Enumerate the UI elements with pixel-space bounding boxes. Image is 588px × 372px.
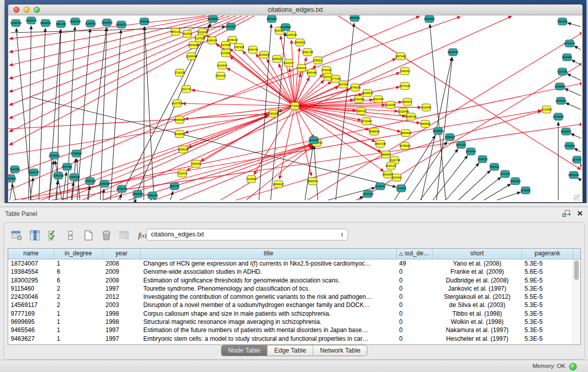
network-node[interactable]: 9146821	[259, 51, 269, 58]
network-node[interactable]: 9861990	[557, 18, 568, 25]
network-node[interactable]: 9097588	[62, 163, 72, 170]
network-node[interactable]: 2718120	[175, 69, 185, 76]
network-node[interactable]: 9463627	[402, 98, 412, 105]
network-edge[interactable]	[314, 145, 318, 200]
network-edge[interactable]	[77, 29, 90, 200]
network-node[interactable]: 9699695	[420, 120, 430, 127]
network-node[interactable]: 12505135	[69, 173, 80, 181]
network-edge[interactable]	[170, 191, 173, 200]
network-edge[interactable]	[8, 115, 268, 155]
network-edge[interactable]	[145, 27, 154, 200]
network-node[interactable]: 12942737	[28, 169, 39, 176]
network-edge[interactable]	[295, 80, 324, 106]
network-edge[interactable]	[580, 164, 581, 165]
network-node[interactable]: 9497568	[338, 81, 349, 88]
network-edge[interactable]	[39, 28, 46, 200]
network-edge[interactable]	[571, 134, 581, 138]
network-edge[interactable]	[574, 148, 581, 152]
network-node[interactable]: 1733426	[396, 185, 406, 192]
network-node[interactable]: 15720407	[361, 118, 372, 125]
network-node[interactable]: 7986322	[356, 107, 366, 115]
float-panel-icon[interactable]	[562, 210, 571, 217]
close-window-button[interactable]	[13, 7, 19, 13]
network-node[interactable]: 3375685	[221, 50, 231, 57]
tab-network-table[interactable]: Network Table	[313, 345, 367, 356]
column-header-pagerank[interactable]: pagerank	[522, 249, 573, 259]
network-node[interactable]: 16543982	[188, 41, 199, 49]
network-node[interactable]: 9245652	[520, 187, 531, 194]
network-node[interactable]: 1695381	[191, 160, 201, 167]
network-node[interactable]: 1588520	[272, 55, 282, 62]
network-node[interactable]: 7955812	[313, 57, 323, 64]
network-node[interactable]: 6879197	[456, 141, 466, 148]
network-node[interactable]: 18107554	[171, 100, 183, 107]
network-node[interactable]: 18746266	[350, 84, 361, 91]
network-node[interactable]: 12923468	[132, 190, 143, 198]
tab-node-table[interactable]: Node Table	[222, 345, 268, 356]
network-node[interactable]: 11675359	[572, 156, 581, 163]
network-node[interactable]: 18300295	[268, 110, 279, 117]
network-node[interactable]: 19654956	[174, 116, 185, 123]
network-edge[interactable]	[565, 103, 581, 110]
network-node[interactable]: 9265848	[139, 18, 149, 25]
network-node[interactable]: 15290009	[70, 18, 81, 25]
network-edge[interactable]	[564, 89, 581, 96]
minimize-window-button[interactable]	[24, 7, 30, 13]
network-edge[interactable]	[295, 73, 300, 106]
network-node[interactable]: 8215958	[541, 106, 552, 113]
network-node[interactable]: 9242844	[217, 62, 227, 69]
window-resize-grip[interactable]	[574, 194, 580, 201]
network-node[interactable]: 9329966	[562, 54, 572, 61]
network-node[interactable]: 9860124	[170, 28, 181, 35]
network-edge[interactable]	[578, 178, 581, 180]
network-node[interactable]: 8186328	[207, 37, 217, 44]
column-header-name[interactable]: name	[8, 249, 54, 259]
network-node[interactable]: 12975115	[399, 82, 410, 90]
table-row[interactable]: 1938455462009Genome-wide association stu…	[8, 268, 580, 276]
network-node[interactable]: 19654923	[400, 129, 411, 137]
network-node[interactable]: 19166855	[174, 130, 185, 138]
table-row[interactable]: 946362711997Embryonic stem cells: a mode…	[8, 335, 580, 343]
network-node[interactable]: 8471676	[500, 170, 510, 178]
network-node[interactable]: 15218506	[280, 24, 291, 31]
network-edge[interactable]	[568, 23, 581, 27]
network-node[interactable]: 9127508	[194, 35, 205, 42]
network-node[interactable]: 9474444	[466, 148, 476, 155]
table-row[interactable]: 911546021997Tourette syndrome. Phenomeno…	[8, 285, 580, 293]
network-node[interactable]: 16648784	[447, 49, 459, 56]
network-node[interactable]: 10973493	[395, 53, 406, 60]
new-column-icon[interactable]	[82, 229, 95, 242]
network-edge[interactable]	[9, 16, 254, 145]
network-edge[interactable]	[136, 199, 136, 200]
network-node[interactable]: 9327508	[221, 41, 231, 49]
network-node[interactable]: 2367608	[234, 43, 244, 51]
network-node[interactable]: 7624554	[246, 176, 256, 183]
network-node[interactable]: 22420046	[186, 53, 197, 60]
network-node[interactable]: 20211030	[362, 190, 374, 198]
network-node[interactable]: 2935114	[477, 156, 487, 163]
table-settings-icon[interactable]	[10, 229, 24, 242]
network-edge[interactable]	[446, 163, 479, 200]
network-node[interactable]: 16782759	[116, 185, 127, 192]
network-edge[interactable]	[471, 177, 501, 200]
network-edge[interactable]	[433, 156, 468, 200]
network-node[interactable]: 11309662	[85, 20, 96, 27]
close-panel-icon[interactable]: ✕	[577, 209, 583, 217]
network-node[interactable]: 8938923	[445, 134, 455, 141]
network-edge[interactable]	[128, 144, 312, 200]
network-edge[interactable]	[572, 60, 581, 65]
network-node[interactable]: 9857791	[169, 183, 180, 190]
network-node[interactable]: 10905341	[568, 171, 579, 179]
network-node[interactable]: 14381342	[147, 192, 158, 199]
table-row[interactable]: 969969511998Structural magnetic resonanc…	[8, 318, 580, 326]
network-canvas[interactable]: 1872400798601248912954222260589127508818…	[8, 15, 581, 202]
table-row[interactable]: 1456911722003Disruption of a novel membe…	[8, 301, 580, 309]
network-edge[interactable]	[574, 46, 581, 50]
network-edge[interactable]	[497, 192, 521, 200]
network-node[interactable]: 17016504	[564, 142, 575, 149]
column-header-short[interactable]: short	[432, 249, 522, 259]
network-node[interactable]: 4514305	[309, 137, 319, 144]
network-node[interactable]: 9310936	[10, 166, 20, 173]
network-edge[interactable]	[484, 184, 511, 200]
network-node[interactable]: 19756928	[399, 142, 410, 149]
